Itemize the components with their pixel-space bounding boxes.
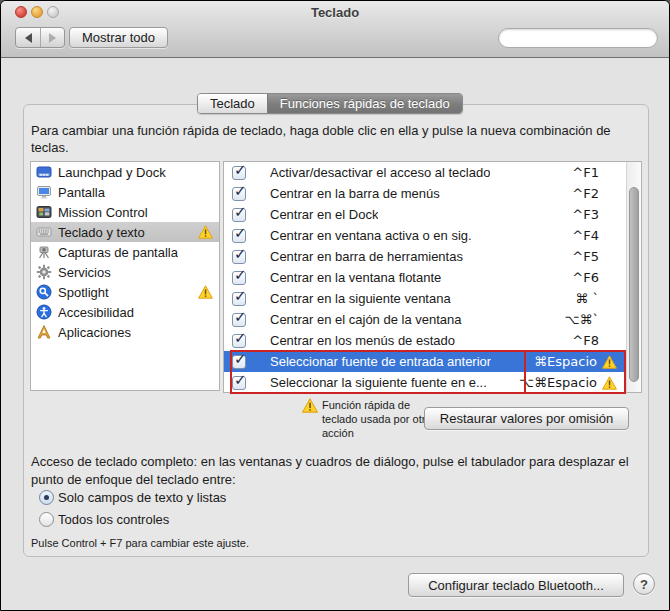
tab-funciones-rapidas[interactable]: Funciones rápidas de teclado [267, 94, 462, 113]
checkbox-checked[interactable]: ✓ [232, 292, 246, 306]
shortcut-combo: ⌥⌘Espacio [519, 375, 597, 390]
checkbox-checked[interactable]: ✓ [232, 229, 246, 243]
shortcut-label: Centrar en los menús de estado [270, 333, 455, 348]
shortcut-label: Seleccionar la siguiente fuente en e... [270, 375, 487, 390]
bluetooth-button-label: Configurar teclado Bluetooth... [428, 578, 604, 593]
sidebar-item-servicios[interactable]: Servicios [31, 262, 219, 282]
restore-defaults-label: Restaurar valores por omisión [440, 411, 613, 426]
shortcut-row[interactable]: ✓ Centrar en el Dock ^F3 [224, 204, 641, 225]
warning-icon [198, 285, 213, 299]
shortcut-combo: ^F1 [572, 165, 599, 180]
shortcut-row[interactable]: ✓ Centrar en ventana activa o en sig. ^F… [224, 225, 641, 246]
checkbox-checked[interactable]: ✓ [232, 187, 246, 201]
show-all-label: Mostrar todo [82, 30, 155, 45]
category-list: Launchpad y Dock Pantalla Mission Contro… [30, 161, 220, 391]
shortcut-label: Centrar en la ventana flotante [270, 270, 441, 285]
shortcut-row[interactable]: ✓ Seleccionar la siguiente fuente en e..… [224, 372, 641, 393]
configure-bluetooth-keyboard-button[interactable]: Configurar teclado Bluetooth... [408, 573, 624, 597]
checkbox-checked[interactable]: ✓ [232, 376, 246, 390]
warning-icon [302, 398, 317, 412]
shortcut-row[interactable]: ✓ Centrar en los menús de estado ^F8 [224, 330, 641, 351]
shortcut-combo: ^F4 [572, 228, 599, 243]
tab-funciones-rapidas-label: Funciones rápidas de teclado [280, 96, 450, 111]
search-input[interactable] [504, 30, 665, 46]
window-title: Teclado [1, 5, 669, 20]
warning-note-text: Función rápida de teclado usada por otra… [322, 398, 440, 440]
radio-label: Solo campos de texto y listas [58, 490, 226, 505]
sidebar-item-label: Pantalla [58, 185, 105, 200]
shortcuts-list: ✓ Activar/desactivar el acceso al teclad… [223, 161, 642, 393]
sidebar-item-aplicaciones[interactable]: Aplicaciones [31, 322, 219, 342]
shortcut-combo: ^F5 [572, 249, 599, 264]
checkmark-icon: ✓ [234, 329, 247, 347]
checkmark-icon: ✓ [234, 245, 247, 263]
warning-icon [602, 355, 617, 369]
shortcut-label: Centrar en la barra de menús [270, 186, 440, 201]
radio-label: Todos los controles [58, 512, 169, 527]
control-f7-hint: Pulse Control + F7 para cambiar este aju… [31, 537, 249, 549]
shortcut-row[interactable]: ✓ Activar/desactivar el acceso al teclad… [224, 162, 641, 183]
sidebar-item-pantalla[interactable]: Pantalla [31, 182, 219, 202]
shortcut-combo: ^F2 [572, 186, 599, 201]
shortcut-label: Centrar en la siguiente ventana [270, 291, 451, 306]
shortcut-row[interactable]: ✓ Centrar en la barra de menús ^F2 [224, 183, 641, 204]
full-access-text: Acceso de teclado completo: en las venta… [31, 453, 637, 489]
search-field[interactable] [498, 28, 658, 48]
checkbox-checked[interactable]: ✓ [232, 355, 246, 369]
shortcut-row[interactable]: ✓ Centrar en la siguiente ventana ⌘ ` [224, 288, 641, 309]
checkbox-checked[interactable]: ✓ [232, 271, 246, 285]
sidebar-item-spotlight[interactable]: Spotlight [31, 282, 219, 302]
sidebar-item-launchpad-dock[interactable]: Launchpad y Dock [31, 162, 219, 182]
shortcut-row[interactable]: ✓ Centrar en el cajón de la ventana ⌥⌘` [224, 309, 641, 330]
tab-bar: Teclado Funciones rápidas de teclado [197, 93, 463, 114]
radio-option-all-controls[interactable]: Todos los controles [39, 512, 169, 527]
shortcut-combo: ^F3 [572, 207, 599, 222]
shortcut-row[interactable]: ✓ Centrar en la ventana flotante ^F6 [224, 267, 641, 288]
shortcut-label: Centrar en el cajón de la ventana [270, 312, 462, 327]
show-all-button[interactable]: Mostrar todo [69, 27, 168, 48]
checkmark-icon: ✓ [234, 371, 247, 389]
sidebar-item-capturas-de-pantalla[interactable]: Capturas de pantalla [31, 242, 219, 262]
checkmark-icon: ✓ [234, 350, 247, 368]
mission-control-icon [36, 204, 52, 220]
sidebar-item-label: Aplicaciones [58, 325, 131, 340]
shortcut-combo: ⌘ ` [575, 291, 599, 306]
shortcut-label: Seleccionar fuente de entrada anterior [270, 354, 491, 369]
back-button[interactable] [16, 28, 40, 47]
scrollbar-track[interactable] [626, 162, 641, 392]
help-button[interactable]: ? [633, 573, 655, 595]
titlebar: Teclado [1, 1, 669, 23]
sidebar-item-mission-control[interactable]: Mission Control [31, 202, 219, 222]
applications-icon [36, 324, 52, 340]
checkmark-icon: ✓ [234, 266, 247, 284]
window-header: Teclado Mostrar todo [1, 1, 669, 58]
sidebar-item-teclado-y-texto[interactable]: Teclado y texto [31, 222, 219, 242]
sidebar-item-accesibilidad[interactable]: Accesibilidad [31, 302, 219, 322]
restore-defaults-button[interactable]: Restaurar valores por omisión [424, 407, 629, 430]
warning-icon [198, 225, 213, 239]
scrollbar-thumb[interactable] [629, 187, 639, 382]
forward-button[interactable] [40, 28, 64, 47]
checkbox-checked[interactable]: ✓ [232, 334, 246, 348]
shortcut-combo: ^F8 [572, 333, 599, 348]
checkmark-icon: ✓ [234, 224, 247, 242]
checkbox-checked[interactable]: ✓ [232, 313, 246, 327]
radio-selected-icon[interactable] [39, 490, 54, 505]
services-gear-icon [36, 264, 52, 280]
sidebar-item-label: Capturas de pantalla [58, 245, 178, 260]
radio-unselected-icon[interactable] [39, 512, 54, 527]
launchpad-dock-icon [36, 164, 52, 180]
sidebar-item-label: Mission Control [58, 205, 148, 220]
shortcut-row[interactable]: ✓ Centrar en barra de herramientas ^F5 [224, 246, 641, 267]
sidebar-item-label: Servicios [58, 265, 111, 280]
tab-teclado-label: Teclado [210, 96, 255, 111]
radio-option-text-fields[interactable]: Solo campos de texto y listas [39, 490, 226, 505]
checkbox-checked[interactable]: ✓ [232, 250, 246, 264]
back-arrow-icon [20, 33, 32, 43]
checkbox-checked[interactable]: ✓ [232, 208, 246, 222]
checkbox-checked[interactable]: ✓ [232, 166, 246, 180]
shortcut-label: Centrar en ventana activa o en sig. [270, 228, 472, 243]
accessibility-icon [36, 304, 52, 320]
shortcut-row-selected[interactable]: ✓ Seleccionar fuente de entrada anterior… [224, 351, 641, 372]
tab-teclado[interactable]: Teclado [198, 94, 267, 113]
